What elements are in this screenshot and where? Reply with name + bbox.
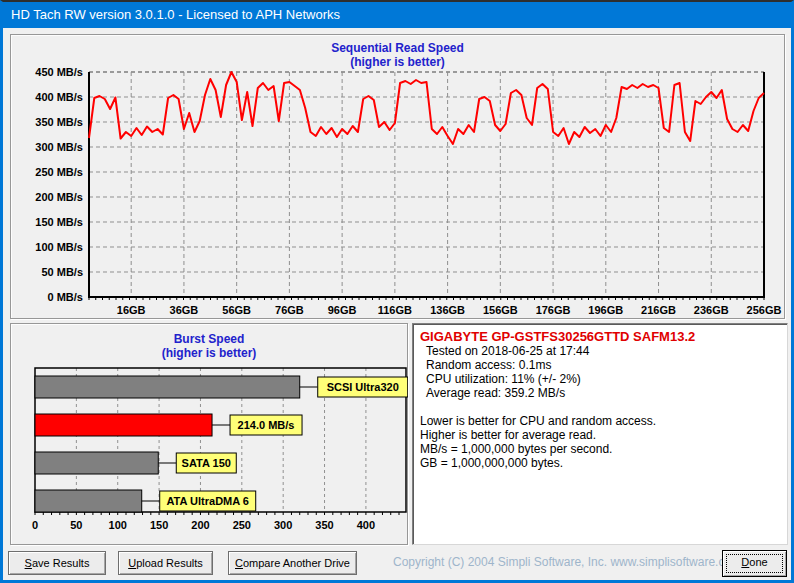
svg-text:36GB: 36GB: [170, 304, 199, 316]
app-window: HD Tach RW version 3.0.1.0 - Licensed to…: [0, 0, 794, 583]
note-line-mbs: MB/s = 1,000,000 bytes per second.: [420, 442, 783, 456]
svg-text:200: 200: [191, 519, 209, 531]
svg-text:100 MB/s: 100 MB/s: [35, 241, 83, 253]
sequential-read-panel: Sequential Read Speed (higher is better)…: [10, 34, 785, 319]
svg-text:214.0 MB/s: 214.0 MB/s: [238, 419, 295, 431]
svg-text:300 MB/s: 300 MB/s: [35, 141, 83, 153]
svg-text:150: 150: [150, 519, 168, 531]
info-line-tested: Tested on 2018-06-25 at 17:44: [420, 344, 783, 358]
svg-text:50 MB/s: 50 MB/s: [41, 266, 83, 278]
svg-text:150 MB/s: 150 MB/s: [35, 216, 83, 228]
info-line-average-read: Average read: 359.2 MB/s: [420, 386, 783, 400]
svg-text:76GB: 76GB: [275, 304, 304, 316]
svg-text:176GB: 176GB: [536, 304, 571, 316]
svg-text:50: 50: [70, 519, 82, 531]
svg-text:300: 300: [274, 519, 292, 531]
svg-text:250: 250: [233, 519, 251, 531]
client-area: Sequential Read Speed (higher is better)…: [3, 28, 791, 580]
svg-text:ATA UltraDMA 6: ATA UltraDMA 6: [166, 495, 249, 507]
upload-results-button[interactable]: Upload Results: [118, 551, 213, 575]
compare-another-drive-button[interactable]: Compare Another Drive: [228, 551, 357, 575]
drive-info-panel: GIGABYTE GP-GSTFS30256GTTD SAFM13.2 Test…: [412, 323, 788, 545]
burst-title-text: Burst Speed: [11, 332, 407, 346]
info-line-cpu-utilization: CPU utilization: 11% (+/- 2%): [420, 372, 783, 386]
save-results-button[interactable]: Save Results: [8, 551, 106, 575]
burst-chart-title: Burst Speed (higher is better): [11, 332, 407, 360]
svg-text:350 MB/s: 350 MB/s: [35, 116, 83, 128]
svg-text:0: 0: [32, 519, 38, 531]
svg-text:16GB: 16GB: [117, 304, 146, 316]
burst-speed-chart: 050100150200250300350400SCSI Ultra320214…: [12, 362, 408, 542]
window-title: HD Tach RW version 3.0.1.0 - Licensed to…: [11, 7, 340, 22]
note-line-gb: GB = 1,000,000,000 bytes.: [420, 456, 783, 470]
svg-text:196GB: 196GB: [588, 304, 623, 316]
svg-text:200 MB/s: 200 MB/s: [35, 191, 83, 203]
svg-text:SATA 150: SATA 150: [182, 457, 231, 469]
svg-text:400 MB/s: 400 MB/s: [35, 91, 83, 103]
svg-text:96GB: 96GB: [328, 304, 357, 316]
svg-text:116GB: 116GB: [378, 304, 412, 316]
svg-text:SCSI Ultra320: SCSI Ultra320: [327, 381, 399, 393]
window-titlebar[interactable]: HD Tach RW version 3.0.1.0 - Licensed to…: [3, 2, 791, 28]
sequential-read-chart: 0 MB/s50 MB/s100 MB/s150 MB/s200 MB/s250…: [11, 35, 786, 320]
drive-info-content: GIGABYTE GP-GSTFS30256GTTD SAFM13.2 Test…: [420, 329, 783, 470]
svg-text:0 MB/s: 0 MB/s: [48, 291, 83, 303]
info-line-random-access: Random access: 0.1ms: [420, 358, 783, 372]
svg-text:236GB: 236GB: [694, 304, 729, 316]
svg-text:100: 100: [109, 519, 127, 531]
done-button[interactable]: Done: [722, 550, 787, 577]
burst-subtitle-text: (higher is better): [11, 346, 407, 360]
copyright-text: Copyright (C) 2004 Simpli Software, Inc.…: [393, 555, 705, 569]
svg-text:136GB: 136GB: [430, 304, 465, 316]
svg-text:156GB: 156GB: [483, 304, 518, 316]
burst-speed-panel: Burst Speed (higher is better) 050100150…: [10, 323, 408, 545]
svg-text:350: 350: [315, 519, 333, 531]
svg-text:250 MB/s: 250 MB/s: [35, 166, 83, 178]
svg-text:450 MB/s: 450 MB/s: [35, 66, 83, 78]
svg-text:216GB: 216GB: [641, 304, 676, 316]
note-line-higher: Higher is better for average read.: [420, 428, 783, 442]
svg-text:256GB: 256GB: [747, 304, 782, 316]
svg-text:400: 400: [357, 519, 375, 531]
drive-name: GIGABYTE GP-GSTFS30256GTTD SAFM13.2: [420, 329, 783, 344]
note-line-lower: Lower is better for CPU and random acces…: [420, 414, 783, 428]
svg-text:56GB: 56GB: [222, 304, 251, 316]
